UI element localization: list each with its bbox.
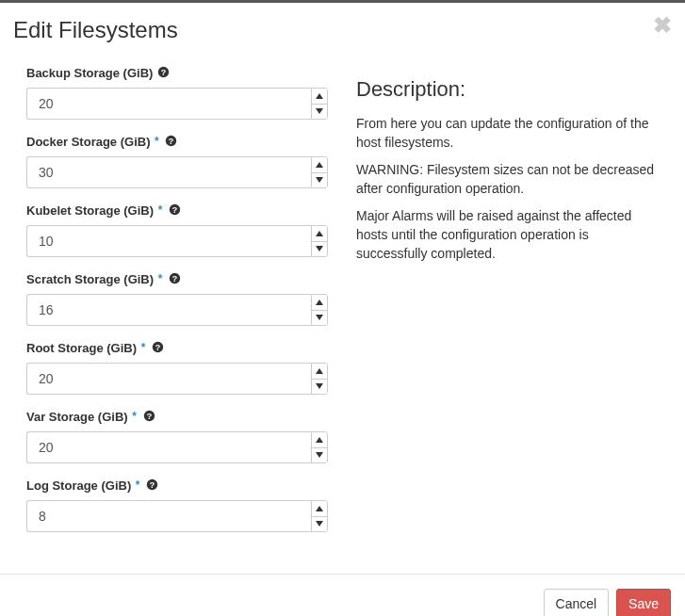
field-docker-storage: Docker Storage (GiB) * ? <box>26 135 328 188</box>
description-column: Description: From here you can update th… <box>356 60 659 547</box>
scratch-storage-input[interactable] <box>26 294 311 326</box>
caret-down-icon <box>316 521 323 527</box>
required-icon: * <box>136 478 140 492</box>
description-text-1: From here you can update the configurati… <box>356 115 659 152</box>
svg-marker-14 <box>316 300 323 305</box>
spinner-buttons <box>311 363 328 395</box>
label-text: Docker Storage (GiB) <box>26 135 150 149</box>
caret-up-icon <box>316 162 323 168</box>
spinner-wrap <box>26 225 328 257</box>
help-icon[interactable]: ? <box>146 478 158 491</box>
modal-title: Edit Filesystems <box>13 17 672 43</box>
help-icon[interactable]: ? <box>157 66 170 78</box>
help-icon[interactable]: ? <box>165 135 177 147</box>
caret-down-icon <box>316 177 323 183</box>
spinner-buttons <box>311 156 328 188</box>
modal-footer: Cancel Save <box>0 574 685 616</box>
caret-up-icon <box>316 93 323 99</box>
label-text: Scratch Storage (GiB) <box>26 272 154 286</box>
field-root-storage: Root Storage (GiB) * ? <box>26 341 328 395</box>
field-var-storage: Var Storage (GiB) * ? <box>26 410 328 463</box>
docker-storage-input[interactable] <box>26 156 311 188</box>
svg-marker-22 <box>316 437 323 443</box>
caret-up-icon <box>316 231 323 236</box>
svg-marker-6 <box>316 162 323 168</box>
spinner-wrap <box>26 500 328 532</box>
description-heading: Description: <box>356 77 659 102</box>
required-icon: * <box>141 341 146 354</box>
required-icon: * <box>158 203 163 217</box>
increment-button[interactable] <box>312 89 327 105</box>
field-label: Root Storage (GiB) * ? <box>26 341 328 355</box>
help-icon[interactable]: ? <box>143 410 155 422</box>
spinner-wrap <box>26 431 328 463</box>
svg-text:?: ? <box>169 137 173 146</box>
svg-marker-19 <box>316 383 323 389</box>
decrement-button[interactable] <box>312 448 327 463</box>
increment-button[interactable] <box>312 226 327 242</box>
edit-filesystems-modal: Edit Filesystems ✖ Backup Storage (GiB) … <box>0 0 685 616</box>
caret-down-icon <box>316 246 323 251</box>
svg-marker-11 <box>316 246 323 251</box>
label-text: Log Storage (GiB) <box>26 478 131 493</box>
close-button[interactable]: ✖ <box>653 14 672 37</box>
field-label: Kubelet Storage (GiB) * ? <box>26 203 328 218</box>
help-icon[interactable]: ? <box>169 272 181 284</box>
spinner-wrap <box>26 88 328 120</box>
field-label: Var Storage (GiB) * ? <box>26 410 328 424</box>
required-icon: * <box>132 410 137 423</box>
caret-down-icon <box>316 383 323 389</box>
field-label: Scratch Storage (GiB) * ? <box>26 272 328 286</box>
root-storage-input[interactable] <box>26 363 311 395</box>
var-storage-input[interactable] <box>26 431 311 463</box>
svg-text:?: ? <box>172 205 177 215</box>
caret-up-icon <box>316 437 323 443</box>
svg-marker-2 <box>316 93 323 99</box>
svg-text:?: ? <box>146 412 151 421</box>
backup-storage-input[interactable] <box>26 88 311 120</box>
cancel-button[interactable]: Cancel <box>544 589 610 616</box>
required-icon: * <box>158 272 163 285</box>
modal-header: Edit Filesystems ✖ <box>0 3 685 60</box>
help-icon[interactable]: ? <box>152 341 164 353</box>
svg-marker-3 <box>316 108 323 114</box>
caret-down-icon <box>316 108 323 114</box>
decrement-button[interactable] <box>312 105 327 120</box>
log-storage-input[interactable] <box>26 500 311 532</box>
description-text-2: WARNING: Filesystem sizes can not be dec… <box>356 161 659 198</box>
increment-button[interactable] <box>312 364 327 380</box>
decrement-button[interactable] <box>312 242 327 257</box>
decrement-button[interactable] <box>312 380 327 395</box>
svg-marker-15 <box>316 315 323 320</box>
caret-down-icon <box>316 315 323 320</box>
svg-text:?: ? <box>161 68 166 77</box>
kubelet-storage-input[interactable] <box>26 225 311 257</box>
svg-text:?: ? <box>172 274 177 284</box>
caret-up-icon <box>316 506 323 511</box>
label-text: Var Storage (GiB) <box>26 410 128 424</box>
increment-button[interactable] <box>312 432 327 448</box>
description-text-3: Major Alarms will be raised against the … <box>356 207 659 263</box>
field-log-storage: Log Storage (GiB) * ? <box>26 478 328 532</box>
label-text: Kubelet Storage (GiB) <box>26 203 154 218</box>
close-icon: ✖ <box>653 12 672 38</box>
decrement-button[interactable] <box>312 311 327 326</box>
help-icon[interactable]: ? <box>169 203 181 216</box>
save-button[interactable]: Save <box>616 589 671 616</box>
svg-marker-23 <box>316 452 323 458</box>
field-kubelet-storage: Kubelet Storage (GiB) * ? <box>26 203 328 257</box>
spinner-buttons <box>311 431 328 463</box>
decrement-button[interactable] <box>312 173 327 188</box>
spinner-wrap <box>26 294 328 326</box>
increment-button[interactable] <box>312 501 327 517</box>
field-label: Log Storage (GiB) * ? <box>26 478 328 493</box>
field-label: Docker Storage (GiB) * ? <box>26 135 328 149</box>
field-label: Backup Storage (GiB) ? <box>26 66 328 80</box>
decrement-button[interactable] <box>312 517 327 532</box>
increment-button[interactable] <box>312 157 327 173</box>
modal-body: Backup Storage (GiB) ? Docker Storage (G… <box>0 60 685 574</box>
caret-up-icon <box>316 300 323 305</box>
required-icon: * <box>155 135 159 148</box>
increment-button[interactable] <box>312 295 327 311</box>
form-column: Backup Storage (GiB) ? Docker Storage (G… <box>26 60 328 547</box>
